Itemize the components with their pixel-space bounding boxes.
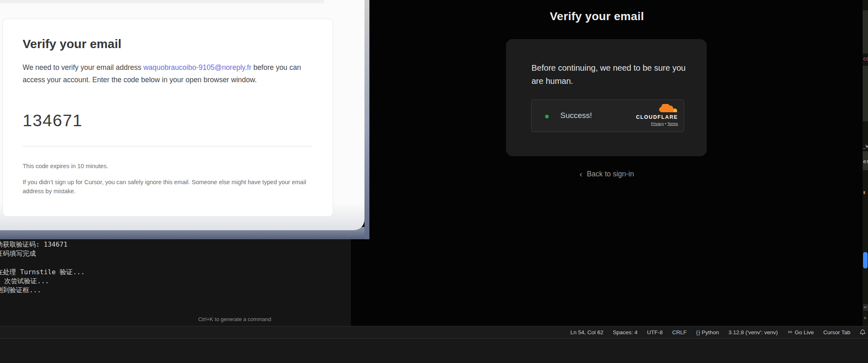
link-separator: • bbox=[665, 121, 666, 126]
turnstile-status: Success! bbox=[560, 111, 592, 120]
terminal-hint: Ctrl+K to generate a command bbox=[0, 316, 351, 322]
terms-link[interactable]: Terms bbox=[667, 121, 678, 126]
go-live-button[interactable]: Go Live bbox=[787, 329, 814, 336]
windows-taskbar: ⚙ 中 S 1:43 PM 2/12/2025 bbox=[0, 339, 868, 363]
terminal-line: 1 次尝试验证... bbox=[0, 277, 49, 286]
cursor-position-indicator[interactable]: Ln 54, Col 62 bbox=[570, 329, 603, 335]
browser-verify-page: Verify your email Before continuing, we … bbox=[351, 0, 863, 326]
success-dot-icon bbox=[545, 115, 549, 118]
encoding-indicator[interactable]: UTF-8 bbox=[647, 329, 663, 335]
braces-icon: { } bbox=[696, 330, 699, 335]
terminal-line: 功获取验证码: 134671 bbox=[0, 240, 67, 249]
notifications-bell-icon[interactable] bbox=[860, 329, 866, 335]
back-to-sign-in-link[interactable]: ‹Back to sign-in bbox=[351, 169, 863, 179]
editor-sliver-button[interactable] bbox=[863, 252, 868, 268]
human-check-text: Before continuing, we need to be sure yo… bbox=[531, 61, 690, 88]
email-body: We need to verify your email address waq… bbox=[23, 61, 316, 86]
terminal-line: 证码填写完成 bbox=[0, 250, 36, 258]
python-interpreter-indicator[interactable]: 3.12.8 ('venv': venv) bbox=[729, 329, 778, 335]
email-title: Verify your email bbox=[23, 37, 121, 51]
cloudflare-cloud-icon bbox=[659, 104, 678, 116]
ignore-note: If you didn’t sign up for Cursor, you ca… bbox=[23, 178, 311, 196]
human-check-card: Before continuing, we need to be sure yo… bbox=[506, 39, 707, 156]
email-content-card: Verify your email We need to verify your… bbox=[2, 18, 333, 217]
terminal-panel[interactable]: 功获取验证码: 134671 证码填写完成 在处理 Turnstile 验证..… bbox=[0, 238, 351, 326]
verify-page-title: Verify your email bbox=[351, 10, 843, 23]
editor-sliver-text: _w bbox=[863, 143, 868, 149]
turnstile-links: Privacy • Terms bbox=[651, 121, 678, 126]
editor-sliver-block bbox=[863, 66, 868, 121]
email-viewer-window: Verify your email We need to verify your… bbox=[0, 0, 369, 239]
language-mode-indicator[interactable]: { } Python bbox=[696, 329, 719, 335]
terminal-line: 测到验证框... bbox=[0, 286, 41, 295]
privacy-link[interactable]: Privacy bbox=[651, 121, 664, 126]
editor-window-sliver: co _w er ↵ × bbox=[863, 0, 868, 326]
editor-sliver-block bbox=[863, 10, 868, 53]
broadcast-icon bbox=[787, 329, 793, 336]
desktop-screen: Verify your email Before continuing, we … bbox=[0, 0, 868, 363]
editor-sliver-text: co bbox=[863, 56, 868, 62]
terminal-line: 在处理 Turnstile 验证... bbox=[0, 268, 85, 277]
email-window-top-strip bbox=[0, 0, 324, 3]
window-frame-right[interactable] bbox=[364, 0, 369, 239]
email-address-link[interactable]: waquobraucoibo-9105@noreply.fr bbox=[143, 63, 251, 72]
ide-status-bar: Ln 54, Col 62 Spaces: 4 UTF-8 CRLF { } P… bbox=[0, 326, 868, 339]
eol-indicator[interactable]: CRLF bbox=[672, 329, 687, 335]
back-to-sign-in-label: Back to sign-in bbox=[587, 170, 634, 178]
cloudflare-wordmark: CLOUDFLARE bbox=[636, 114, 678, 120]
indentation-indicator[interactable]: Spaces: 4 bbox=[613, 329, 638, 335]
cloudflare-turnstile-widget[interactable]: Success! CLOUDFLARE Privacy • Terms bbox=[531, 99, 684, 132]
chevron-left-icon: ‹ bbox=[580, 169, 583, 179]
cursor-tab-indicator[interactable]: Cursor Tab bbox=[823, 329, 850, 335]
cloudflare-brand: CLOUDFLARE Privacy • Terms bbox=[633, 104, 678, 126]
email-body-prefix: We need to verify your email address bbox=[23, 63, 143, 72]
editor-sliver-marker bbox=[863, 191, 865, 194]
code-expiry-note: This code expires in 10 minutes. bbox=[23, 163, 108, 169]
verification-code: 134671 bbox=[23, 111, 83, 130]
editor-sliver-text: er bbox=[863, 159, 868, 164]
divider bbox=[23, 146, 311, 146]
enter-key-icon: ↵ bbox=[863, 304, 868, 311]
close-icon[interactable]: × bbox=[863, 315, 867, 321]
